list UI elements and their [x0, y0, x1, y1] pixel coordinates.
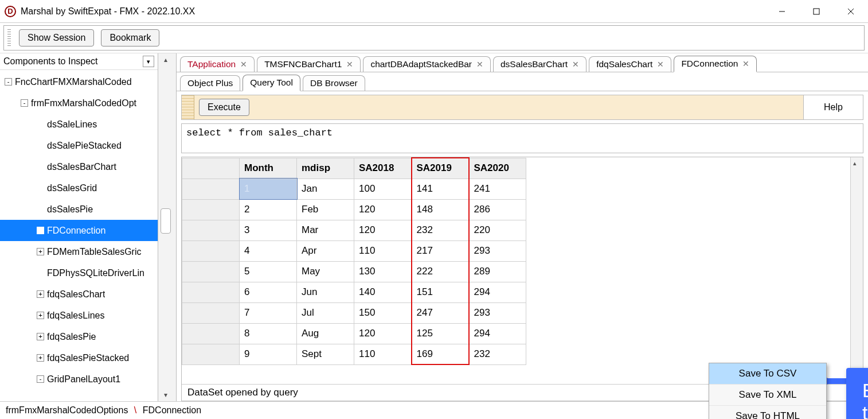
data-table[interactable]: MonthmdispSA2018SA2019SA20201Jan10014124…: [182, 157, 526, 365]
expand-icon[interactable]: +: [37, 354, 44, 362]
tree-item[interactable]: dsSalePieStacked: [0, 135, 158, 156]
view-tab[interactable]: Query Tool: [243, 75, 300, 91]
splitter-gutter[interactable]: ▴ ▾: [158, 53, 177, 401]
cell[interactable]: 222: [412, 261, 469, 282]
row-header[interactable]: [182, 220, 240, 240]
table-row[interactable]: 8Aug120125294: [182, 323, 526, 344]
cell[interactable]: Aug: [297, 323, 354, 344]
cell[interactable]: Mar: [297, 220, 354, 240]
table-row[interactable]: 5May130222289: [182, 261, 526, 282]
collapse-icon[interactable]: -: [21, 99, 28, 107]
cell[interactable]: 125: [412, 323, 469, 344]
table-row[interactable]: 7Jul150247293: [182, 302, 526, 323]
cell[interactable]: 232: [412, 220, 469, 240]
cell[interactable]: 169: [412, 344, 469, 364]
tree-item[interactable]: -GridPanelLayout1: [0, 368, 158, 390]
cell[interactable]: Apr: [297, 240, 354, 261]
cell[interactable]: Feb: [297, 199, 354, 220]
tree-item[interactable]: -frmFmxMarshalCodedOpt: [0, 92, 158, 114]
maximize-button[interactable]: [799, 0, 834, 23]
cell[interactable]: 217: [412, 240, 469, 261]
tree-item[interactable]: +fdqSalesLines: [0, 305, 158, 326]
cell[interactable]: 294: [469, 282, 526, 302]
tree-item[interactable]: FDPhysSQLiteDriverLin: [0, 262, 158, 284]
view-tab[interactable]: DB Browser: [303, 75, 365, 91]
menu-item[interactable]: Save To HTML: [709, 406, 826, 419]
cell[interactable]: 293: [469, 240, 526, 261]
cell[interactable]: 293: [469, 302, 526, 323]
scroll-up-icon[interactable]: ▴: [162, 56, 170, 64]
row-header[interactable]: [182, 323, 240, 344]
cell[interactable]: 7: [240, 302, 297, 323]
cell[interactable]: 100: [354, 179, 412, 199]
row-header[interactable]: [182, 282, 240, 302]
table-row[interactable]: 3Mar120232220: [182, 220, 526, 240]
row-header[interactable]: [182, 261, 240, 282]
close-icon[interactable]: ✕: [476, 60, 483, 69]
cell[interactable]: 289: [469, 261, 526, 282]
cell[interactable]: 241: [469, 179, 526, 199]
tree-item[interactable]: FDConnection: [0, 220, 158, 241]
tree-item[interactable]: +fdqSalesPie: [0, 326, 158, 347]
cell[interactable]: 247: [412, 302, 469, 323]
tree-item[interactable]: +fdqSalesChart: [0, 284, 158, 305]
row-header[interactable]: [182, 179, 240, 199]
component-tree[interactable]: -FncChartFMXMarshalCoded-frmFmxMarshalCo…: [0, 70, 158, 401]
close-icon[interactable]: ✕: [657, 60, 664, 69]
cell[interactable]: Jul: [297, 302, 354, 323]
tree-item[interactable]: +FDMemTableSalesGric: [0, 241, 158, 262]
cell[interactable]: Jun: [297, 282, 354, 302]
menu-item[interactable]: Save To CSV: [709, 363, 826, 385]
expand-icon[interactable]: +: [37, 290, 44, 298]
object-tab[interactable]: TApplication✕: [180, 56, 255, 72]
table-row[interactable]: 1Jan100141241: [182, 179, 526, 199]
cell[interactable]: 110: [354, 344, 412, 364]
grid-scrollbar[interactable]: ▴ ▾: [850, 157, 863, 383]
cell[interactable]: 6: [240, 282, 297, 302]
minimize-button[interactable]: [765, 0, 799, 23]
cell[interactable]: 4: [240, 240, 297, 261]
tree-item[interactable]: +fdqSalesPieStacked: [0, 347, 158, 368]
close-icon[interactable]: ✕: [742, 59, 749, 68]
cell[interactable]: 140: [354, 282, 412, 302]
object-tab[interactable]: chartDBAdaptStackedBar✕: [363, 56, 491, 72]
scroll-thumb[interactable]: [161, 208, 171, 234]
tree-item[interactable]: dsSalesBarChart: [0, 156, 158, 177]
table-row[interactable]: 9Sept110169232: [182, 344, 526, 364]
cell[interactable]: 120: [354, 220, 412, 240]
scroll-up-icon[interactable]: ▴: [853, 160, 857, 167]
column-header[interactable]: Month: [240, 158, 297, 179]
bookmark-button[interactable]: Bookmark: [101, 29, 159, 46]
table-row[interactable]: 6Jun140151294: [182, 282, 526, 302]
cell[interactable]: 286: [469, 199, 526, 220]
cell[interactable]: 130: [354, 261, 412, 282]
menu-item[interactable]: Save To XML: [709, 385, 826, 406]
collapse-icon[interactable]: -: [5, 78, 12, 86]
table-row[interactable]: 4Apr110217293: [182, 240, 526, 261]
collapse-icon[interactable]: -: [37, 375, 44, 383]
column-header[interactable]: mdisp: [297, 158, 354, 179]
help-button[interactable]: Help: [816, 99, 851, 115]
view-tab[interactable]: Object Plus: [180, 75, 240, 91]
table-row[interactable]: 2Feb120148286: [182, 199, 526, 220]
expand-icon[interactable]: +: [37, 248, 44, 255]
cell[interactable]: 148: [412, 199, 469, 220]
cell[interactable]: 120: [354, 199, 412, 220]
object-tab[interactable]: FDConnection✕: [674, 56, 757, 72]
row-header[interactable]: [182, 344, 240, 364]
cell[interactable]: Sept: [297, 344, 354, 364]
tree-item[interactable]: dsSalesGrid: [0, 177, 158, 199]
close-icon[interactable]: ✕: [240, 60, 247, 69]
object-tab[interactable]: fdqSalesChart✕: [589, 56, 671, 72]
row-header[interactable]: [182, 240, 240, 261]
row-header[interactable]: [182, 199, 240, 220]
sidebar-dropdown-button[interactable]: ▾: [143, 56, 154, 67]
cell[interactable]: 9: [240, 344, 297, 364]
column-header[interactable]: SA2020: [469, 158, 526, 179]
column-header[interactable]: SA2018: [354, 158, 412, 179]
tree-item[interactable]: dsSaleLines: [0, 114, 158, 135]
expand-icon[interactable]: +: [37, 312, 44, 319]
execute-button[interactable]: Execute: [199, 99, 249, 116]
close-icon[interactable]: ✕: [346, 60, 353, 69]
cell[interactable]: 150: [354, 302, 412, 323]
